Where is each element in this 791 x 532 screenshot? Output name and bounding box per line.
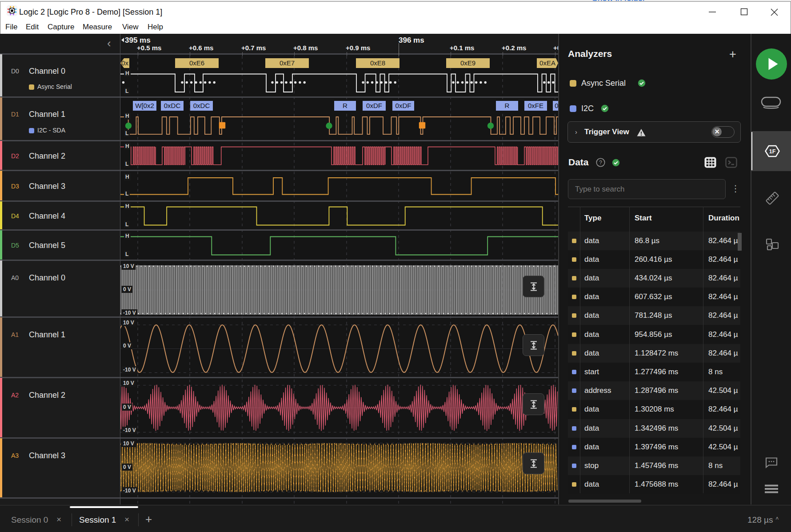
svg-text:?: ? [599, 160, 602, 166]
svg-text:1F: 1F [769, 148, 776, 155]
